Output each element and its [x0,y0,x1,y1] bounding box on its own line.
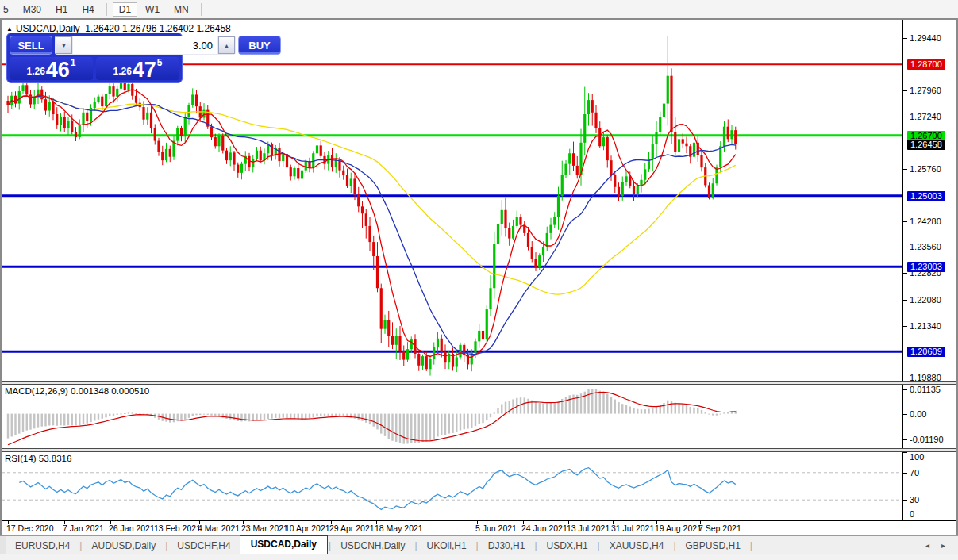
chart-tab-ukoil[interactable]: UKOil,H1 [418,538,475,554]
collapse-triangle-icon[interactable]: ▲ [6,25,13,33]
tab-separator: | [476,540,479,551]
timeframe-button-w1[interactable]: W1 [139,2,166,17]
buy-price-main: 47 [133,61,156,79]
rsi-axis-label: 100 [910,452,924,462]
date-label: 13 Jul 2021 [567,524,610,533]
axis-tick-mark [903,117,907,117]
axis-tick-mark [903,439,907,440]
axis-tick-mark [903,378,907,378]
volume-decrease-button[interactable]: ▼ [56,36,72,54]
buy-price-display[interactable]: 1.26 47 5 [96,57,179,80]
chart-tab-eurusd[interactable]: EURUSD,H4 [6,538,79,554]
buy-button[interactable]: BUY [238,36,281,55]
tab-separator: | [598,540,600,551]
axis-tick-mark [903,326,907,327]
chart-tab-gbpusd[interactable]: GBPUSD,H1 [677,538,749,554]
macd-axis-label: 0.00 [910,409,926,420]
price-axis-label: 1.20609 [907,347,945,357]
macd-axis-label: 0.01135 [910,385,941,395]
rsi-chart-area[interactable]: RSI(14) 53.8316 [2,452,903,520]
one-click-trading-panel: SELL ▼ ▲ BUY 1.26 46 1 [6,33,183,83]
date-label: 13 Feb 2021 [154,524,201,533]
price-axis-label: 1.24280 [910,217,941,227]
chart-tab-usdcnh[interactable]: USDCNH,Daily [332,538,414,554]
price-axis-label: 1.21340 [910,321,941,332]
buy-price-pipette: 5 [157,57,163,68]
date-axis: 17 Dec 20207 Jan 202126 Jan 202113 Feb 2… [2,520,903,535]
horizontal-lines [2,64,903,351]
down-arrow-icon: ▼ [61,43,67,48]
axis-tick-mark [903,500,907,501]
sell-price-main: 46 [46,61,70,79]
rsi-label: RSI(14) 53.8316 [5,454,71,463]
axis-tick-mark [903,389,907,390]
chart-tab-usdchf[interactable]: USDCHF,H4 [168,538,239,554]
timeframe-button-h4[interactable]: H4 [75,2,100,17]
tab-separator: | [750,540,752,551]
trading-platform-window: 5M30H1H4D1W1MN ▲USDCAD,Daily 1.26420 1.2… [0,0,958,560]
current-price-label: 1.26458 [907,140,945,150]
price-axis-label: 1.23003 [907,262,945,272]
axis-tick-mark [903,221,907,222]
rsi-axis-label: 30 [910,495,919,505]
date-label: 7 Jan 2021 [63,524,104,533]
toolbar-separator [106,3,107,16]
macd-histogram [7,389,737,443]
timeframe-button-d1[interactable]: D1 [113,2,137,17]
toolbar-separator [201,3,202,16]
macd-chart-area[interactable]: MACD(12,26,9) 0.001348 0.000510 [2,385,903,448]
axis-tick-mark [903,473,907,474]
axis-tick-mark [903,38,907,39]
date-label: 23 Mar 2021 [241,524,288,533]
axis-tick-mark [903,414,907,415]
timeframe-button-mn[interactable]: MN [167,2,195,17]
price-chart-area[interactable]: ▲USDCAD,Daily 1.26420 1.26796 1.26402 1.… [2,20,903,381]
chart-tab-usdcad[interactable]: USDCAD,Daily [240,535,328,554]
date-label: 29 Apr 2021 [329,524,375,533]
macd-signal-line [8,392,736,444]
price-axis-label: 1.25760 [910,164,941,175]
date-axis-row: 17 Dec 20207 Jan 202126 Jan 202113 Feb 2… [2,520,956,535]
price-axis-label: 1.23560 [910,242,941,252]
volume-increase-button[interactable]: ▲ [218,36,235,54]
axis-tick-mark [903,90,907,91]
tab-scroll-left-icon[interactable]: ◂ [925,541,929,550]
timeframe-button-h1[interactable]: H1 [49,2,74,17]
price-axis-label: 1.19880 [910,373,941,381]
timeframe-button-5[interactable]: 5 [0,2,15,17]
timeframe-button-m30[interactable]: M30 [17,2,48,17]
date-label: 19 Aug 2021 [655,524,702,533]
volume-input[interactable] [73,36,217,54]
price-axis-label: 1.27960 [910,86,941,96]
sell-button[interactable]: SELL [10,36,52,55]
chart-tab-usdx[interactable]: USDX,H1 [538,538,597,554]
axis-tick-mark [903,273,907,274]
price-axis-label: 1.22080 [910,295,941,305]
rsi-axis-label: 0 [910,509,914,520]
date-label: 5 Jun 2021 [475,524,517,533]
chart-tab-audusd[interactable]: AUDUSD,Daily [83,538,164,554]
status-strip [0,554,958,560]
date-label: 18 May 2021 [375,524,423,533]
price-axis-label: 1.29440 [910,33,941,44]
ma-fast-line [8,90,736,358]
tab-scroll-right-icon[interactable]: ▸ [941,541,945,550]
date-label: 31 Jul 2021 [611,524,654,533]
price-axis-label: 1.27240 [910,112,941,122]
tab-separator: | [673,540,675,551]
macd-axis-label: -0.01190 [910,435,944,445]
chart-tab-xauusd[interactable]: XAUUSD,H4 [601,538,673,554]
date-label: 17 Dec 2020 [6,524,54,533]
tab-separator: | [414,540,417,551]
sell-price-display[interactable]: 1.26 46 1 [10,57,93,80]
sell-price-pipette: 1 [71,57,76,68]
tab-scroll-arrows: ◂▸ [925,541,945,550]
macd-pane: MACD(12,26,9) 0.001348 0.000510 0.011350… [2,385,956,448]
rsi-pane: RSI(14) 53.8316 10070300 [2,452,956,520]
chart-tab-dj30[interactable]: DJ30,H1 [479,538,534,554]
date-label: 10 Apr 2021 [285,524,330,533]
axis-tick-mark [903,300,907,301]
date-label: 24 Jun 2021 [521,524,567,533]
candlestick-series [6,36,737,376]
tab-separator: | [329,540,331,551]
